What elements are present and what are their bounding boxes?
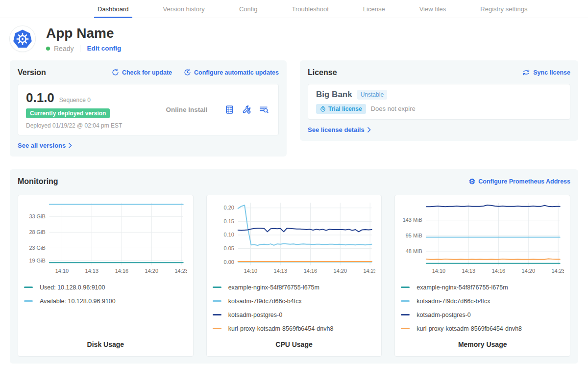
svg-text:14:10: 14:10 — [244, 268, 257, 274]
configure-prometheus-link[interactable]: ⚙ Configure Prometheus Address — [469, 178, 570, 185]
install-type-label: Online Install — [148, 106, 225, 113]
legend-label: example-nginx-54f8f76755-l675m — [416, 284, 508, 291]
check-for-update-link[interactable]: Check for update — [112, 69, 172, 76]
svg-text:0.00: 0.00 — [223, 259, 234, 264]
trial-license-badge: Trial license — [316, 104, 366, 114]
tab-registry-settings[interactable]: Registry settings — [477, 0, 531, 18]
version-card: Version Check for update — [10, 60, 287, 157]
sync-license-link[interactable]: Sync license — [522, 69, 570, 76]
license-expiry: Does not expire — [371, 105, 416, 112]
ready-status-dot — [46, 47, 50, 51]
legend-dash-icon — [213, 328, 221, 329]
svg-text:23 GiB: 23 GiB — [29, 245, 45, 251]
charts-row: 19 GiB23 GiB28 GiB33 GiB14:1014:1314:161… — [18, 195, 570, 357]
configure-automatic-updates-link[interactable]: Configure automatic updates — [184, 69, 279, 76]
license-summary-box: Big Bank Unstable Trial license Does not… — [308, 84, 570, 120]
legend-label: kurl-proxy-kotsadm-8569fb6454-dnvh8 — [416, 325, 522, 332]
deployed-timestamp: Deployed 01/19/22 @ 02:04 pm EST — [26, 122, 148, 129]
svg-text:14:23: 14:23 — [552, 268, 564, 274]
svg-text:33 GiB: 33 GiB — [29, 213, 45, 219]
legend-label: kurl-proxy-kotsadm-8569fb6454-dnvh8 — [228, 325, 334, 332]
svg-text:14:13: 14:13 — [273, 268, 287, 274]
top-nav: DashboardVersion historyConfigTroublesho… — [0, 0, 588, 18]
tab-config[interactable]: Config — [236, 0, 261, 18]
legend-item: kurl-proxy-kotsadm-8569fb6454-dnvh8 — [213, 322, 376, 336]
legend-item: kotsadm-postgres-0 — [213, 308, 376, 322]
see-all-versions-link[interactable]: See all versions — [18, 142, 72, 149]
edit-config-link[interactable]: Edit config — [87, 45, 121, 52]
legend-item: Used: 10.128.0.96:9100 — [24, 281, 187, 294]
trial-license-label: Trial license — [328, 105, 362, 112]
svg-text:19 GiB: 19 GiB — [29, 257, 45, 263]
svg-text:14:20: 14:20 — [522, 268, 535, 274]
svg-text:14:13: 14:13 — [462, 268, 475, 274]
legend-item: example-nginx-54f8f76755-l675m — [213, 281, 376, 294]
legend-label: kotsadm-postgres-0 — [416, 312, 470, 318]
refresh-icon — [112, 69, 119, 76]
sync-license-label: Sync license — [533, 69, 570, 76]
kubernetes-icon — [12, 28, 33, 49]
chart-card-cpu-usage: 0.000.050.100.150.2014:1014:1314:1614:20… — [206, 195, 382, 357]
svg-text:14:16: 14:16 — [303, 268, 317, 274]
sequence-label: Sequence 0 — [59, 97, 91, 104]
license-card: License Sync license Big Bank Unstable — [300, 60, 578, 141]
legend-dash-icon — [213, 300, 221, 302]
chart-title: CPU Usage — [213, 340, 376, 348]
svg-text:143 MiB: 143 MiB — [403, 217, 422, 223]
svg-text:14:20: 14:20 — [333, 268, 346, 274]
line-chart: 48 MiB95 MiB143 MiB14:1014:1314:1614:201… — [401, 200, 564, 275]
see-license-details-link[interactable]: See license details — [308, 126, 371, 133]
chart-title: Memory Usage — [401, 340, 564, 348]
preflight-checks-button[interactable] — [225, 105, 234, 114]
line-chart: 0.000.050.100.150.2014:1014:1314:1614:20… — [213, 200, 376, 275]
logs-search-icon — [259, 105, 269, 114]
chart-legend: Used: 10.128.0.96:9100Available: 10.128.… — [24, 281, 187, 308]
legend-dash-icon — [213, 287, 221, 288]
chart-legend: example-nginx-54f8f76755-l675mkotsadm-7f… — [213, 281, 376, 336]
svg-text:0.15: 0.15 — [223, 218, 234, 224]
check-for-update-label: Check for update — [122, 69, 172, 76]
current-version-box: 0.1.0 Sequence 0 Currently deployed vers… — [18, 84, 279, 135]
svg-text:0.20: 0.20 — [223, 205, 234, 210]
legend-item: kurl-proxy-kotsadm-8569fb6454-dnvh8 — [401, 322, 564, 336]
customer-name: Big Bank — [316, 90, 352, 100]
tab-view-files[interactable]: View files — [416, 0, 450, 18]
tab-dashboard[interactable]: Dashboard — [94, 0, 132, 18]
sync-arrows-icon — [522, 69, 530, 76]
tab-license[interactable]: License — [360, 0, 389, 18]
chart-card-disk-usage: 19 GiB23 GiB28 GiB33 GiB14:1014:1314:161… — [18, 195, 194, 357]
legend-label: kotsadm-7f9dc7d66c-b4tcx — [416, 298, 490, 305]
legend-label: Used: 10.128.0.96:9100 — [40, 284, 105, 291]
tab-troubleshoot[interactable]: Troubleshoot — [288, 0, 332, 18]
legend-dash-icon — [24, 300, 33, 302]
chevron-right-icon — [69, 143, 72, 148]
legend-label: kotsadm-7f9dc7d66c-b4tcx — [228, 298, 302, 305]
legend-item: Available: 10.128.0.96:9100 — [24, 294, 187, 308]
legend-item: kotsadm-postgres-0 — [401, 308, 564, 322]
see-license-details-label: See license details — [308, 126, 365, 133]
monitoring-title: Monitoring — [18, 177, 58, 186]
chevron-right-icon — [368, 127, 371, 132]
deployed-status-badge: Currently deployed version — [26, 108, 110, 118]
edit-config-version-button[interactable] — [242, 105, 251, 114]
svg-text:14:23: 14:23 — [174, 268, 187, 274]
svg-text:0.10: 0.10 — [223, 232, 234, 237]
see-all-versions-label: See all versions — [18, 142, 66, 149]
svg-text:14:13: 14:13 — [85, 268, 98, 274]
legend-label: kotsadm-postgres-0 — [228, 312, 282, 318]
svg-text:14:10: 14:10 — [55, 268, 69, 274]
version-number: 0.1.0 — [26, 90, 54, 105]
legend-dash-icon — [401, 300, 410, 302]
svg-text:14:23: 14:23 — [363, 268, 375, 274]
chart-legend: example-nginx-54f8f76755-l675mkotsadm-7f… — [401, 281, 564, 336]
deploy-logs-button[interactable] — [259, 105, 269, 114]
tab-version-history[interactable]: Version history — [160, 0, 208, 18]
page-title: App Name — [46, 26, 121, 41]
stopwatch-icon — [320, 106, 326, 112]
main-content: Version Check for update — [0, 60, 588, 364]
legend-label: Available: 10.128.0.96:9100 — [40, 298, 116, 305]
svg-text:95 MiB: 95 MiB — [406, 233, 422, 238]
legend-dash-icon — [24, 287, 33, 288]
license-card-title: License — [308, 68, 337, 77]
legend-label: example-nginx-54f8f76755-l675m — [228, 284, 319, 291]
